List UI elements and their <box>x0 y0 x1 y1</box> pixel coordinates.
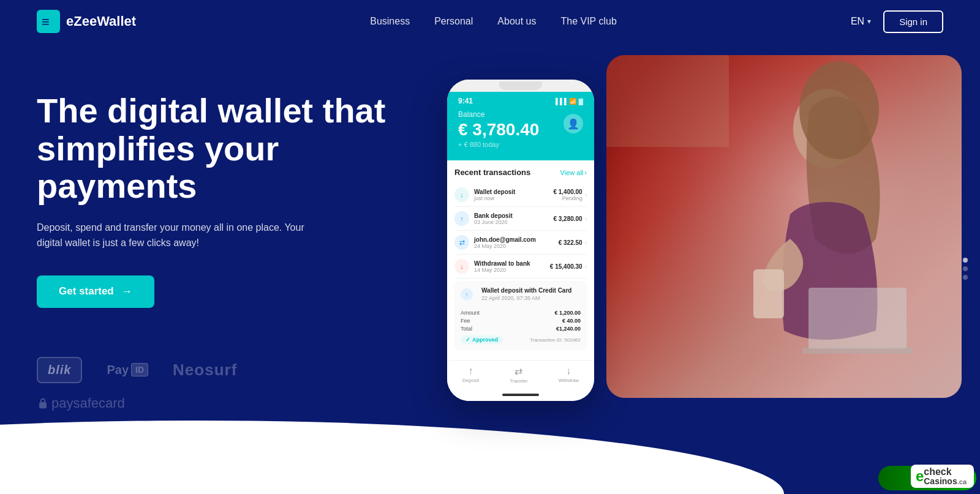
view-all-label: View all <box>560 169 584 176</box>
nav-about-us[interactable]: About us <box>497 16 536 27</box>
tx-icon-expanded: ↑ <box>461 288 473 301</box>
tx-right: € 15,400.30 <box>550 263 582 270</box>
balance-label: Balance <box>458 110 583 119</box>
tx-name: Withdrawal to bank <box>474 260 550 267</box>
transfer-icon: ⇄ <box>514 365 522 377</box>
get-started-button[interactable]: Get started → <box>37 275 154 308</box>
transaction-item[interactable]: ↓ Withdrawal to bank 14 May 2020 € 15,40… <box>454 255 587 279</box>
approved-label: Approved <box>472 337 498 343</box>
logo-icon: ≡ <box>37 10 60 33</box>
logo[interactable]: ≡ eZeeWallet <box>37 10 136 33</box>
tx-total-row: Total €1,240.00 <box>461 326 581 332</box>
nav-business[interactable]: Business <box>370 16 410 27</box>
deposit-icon: ↑ <box>469 365 473 376</box>
scroll-dot-2[interactable] <box>963 266 968 271</box>
transaction-item[interactable]: ↑ Bank deposit 03 June 2020 € 3,280.00 › <box>454 207 587 231</box>
phone-body: Recent transactions View all › ↓ Wallet … <box>447 160 594 360</box>
tx-amount: € 15,400.30 <box>550 263 582 270</box>
transaction-id: Transaction ID: 502962 <box>530 337 581 343</box>
tx-details: Withdrawal to bank 14 May 2020 <box>474 260 550 273</box>
expanded-transaction[interactable]: ↑ Wallet deposit with Credit Card 22 Apr… <box>454 281 587 350</box>
paysafecard-logo: 🔒 paysafecard <box>37 395 125 411</box>
chevron-right-icon: › <box>585 239 587 246</box>
tx-approved-row: ✓ Approved Transaction ID: 502962 <box>461 335 581 344</box>
tx-date: 14 May 2020 <box>474 267 550 273</box>
recent-header: Recent transactions View all › <box>454 168 587 177</box>
neosurf-logo: Neosurf <box>173 361 237 380</box>
tx-right: € 1,400.00 Pending <box>553 189 582 201</box>
signin-button[interactable]: Sign in <box>883 10 943 33</box>
hero-photo-bg <box>606 55 962 398</box>
scroll-dot-3[interactable] <box>963 275 968 280</box>
phone-header: 👤 Balance € 3,780.40 + € 880 today <box>447 105 594 160</box>
partner-row-1: blik Pay ID Neosurf <box>37 357 435 383</box>
total-value: €1,240.00 <box>556 326 581 332</box>
partner-row-2: 🔒 paysafecard <box>37 395 435 411</box>
balance-change: + € 880 today <box>458 141 583 148</box>
bottom-nav-withdraw[interactable]: ↓ Withdraw <box>559 365 579 384</box>
recent-title: Recent transactions <box>454 168 530 177</box>
phone-bottom-nav: ↑ Deposit ⇄ Transfer ↓ Withdraw <box>447 360 594 391</box>
tx-amount-row: Amount € 1,200.00 <box>461 310 581 316</box>
svg-rect-6 <box>802 348 913 354</box>
tx-icon-deposit: ↓ <box>454 187 469 202</box>
tx-icon-transfer: ⇄ <box>454 235 469 250</box>
tx-date: 24 May 2020 <box>474 243 559 249</box>
svg-text:≡: ≡ <box>42 14 50 29</box>
deposit-label: Deposit <box>462 378 479 383</box>
expanded-tx-date: 22 April 2020, 07:35 AM <box>481 295 571 301</box>
tx-date: 03 June 2020 <box>474 219 553 225</box>
get-started-label: Get started <box>59 285 114 298</box>
battery-icon: ▓ <box>579 98 583 105</box>
tx-details: john.doe@gmail.com 24 May 2020 <box>474 236 559 249</box>
transaction-item[interactable]: ⇄ john.doe@gmail.com 24 May 2020 € 322.5… <box>454 231 587 255</box>
view-all-link[interactable]: View all › <box>560 169 587 176</box>
view-all-arrow: › <box>584 169 587 176</box>
arrow-icon: → <box>121 285 132 298</box>
nav-personal[interactable]: Personal <box>434 16 473 27</box>
tx-date: just now <box>474 195 553 201</box>
tx-icon-withdrawal: ↓ <box>454 259 469 274</box>
tx-details: Wallet deposit just now <box>474 189 553 201</box>
bottom-nav-transfer[interactable]: ⇄ Transfer <box>510 365 528 384</box>
hero-left: The digital wallet that simplifies your … <box>37 67 435 411</box>
scroll-dot-1[interactable] <box>963 258 968 263</box>
lang-label: EN <box>851 16 864 27</box>
tx-right: € 322.50 <box>559 239 582 246</box>
partner-logos: blik Pay ID Neosurf 🔒 paysafecard <box>37 357 435 411</box>
approved-badge: ✓ Approved <box>461 335 503 344</box>
withdraw-icon: ↓ <box>566 365 571 376</box>
checkmark-icon: ✓ <box>466 337 470 343</box>
phone-signal-icons: ▐▐▐ 📶 ▓ <box>553 98 583 105</box>
fee-value: € 40.00 <box>562 318 581 324</box>
hero-section: The digital wallet that simplifies your … <box>0 43 980 494</box>
blik-logo: blik <box>37 357 82 383</box>
tx-fee-row: Fee € 40.00 <box>461 318 581 324</box>
hero-title: The digital wallet that simplifies your … <box>37 92 435 205</box>
tx-name: Wallet deposit <box>474 189 553 195</box>
total-label: Total <box>461 326 472 332</box>
hero-subtitle: Deposit, spend and transfer your money a… <box>37 220 331 251</box>
phone-mockup: 9:41 ▐▐▐ 📶 ▓ 👤 Balance € 3,780.40 + € 88… <box>447 80 594 401</box>
tx-amount: € 3,280.00 <box>553 215 582 222</box>
svg-rect-4 <box>753 269 784 318</box>
home-bar <box>502 394 539 396</box>
payid-logo: Pay ID <box>107 363 148 377</box>
logo-text: eZeeWallet <box>66 13 136 29</box>
language-selector[interactable]: EN ▾ <box>851 16 871 27</box>
fee-label: Fee <box>461 318 470 324</box>
bottom-nav-deposit[interactable]: ↑ Deposit <box>462 365 479 384</box>
tx-right: € 3,280.00 <box>553 215 582 222</box>
phone-home-indicator <box>447 391 594 401</box>
transaction-item[interactable]: ↓ Wallet deposit just now € 1,400.00 Pen… <box>454 183 587 207</box>
nav-vip-club[interactable]: The VIP club <box>560 16 616 27</box>
nav-right: EN ▾ Sign in <box>851 10 943 33</box>
chevron-right-icon: › <box>585 263 587 270</box>
phone-time: 9:41 <box>458 97 473 105</box>
chevron-right-icon: › <box>585 215 587 222</box>
tx-amount: € 1,400.00 <box>553 189 582 195</box>
echeck-e-icon: e <box>916 468 924 485</box>
svg-rect-9 <box>606 55 729 147</box>
phone-status-bar: 9:41 ▐▐▐ 📶 ▓ <box>447 92 594 105</box>
expanded-tx-name: Wallet deposit with Credit Card <box>481 287 571 294</box>
